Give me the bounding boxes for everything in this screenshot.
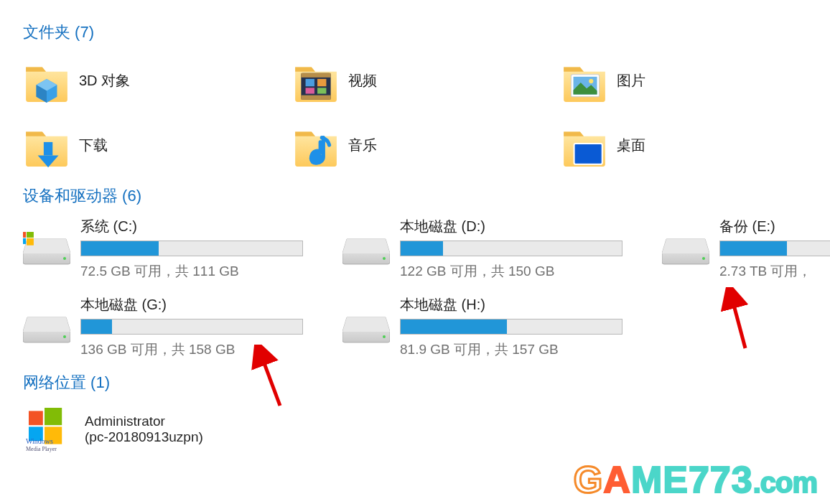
- folder-icon: [561, 121, 608, 169]
- folder-label: 下载: [79, 136, 108, 155]
- drive-name: 备份 (E:): [719, 217, 830, 236]
- svg-rect-7: [301, 95, 330, 100]
- svg-rect-11: [317, 88, 326, 93]
- folder-item-music[interactable]: 音乐: [292, 118, 561, 172]
- svg-rect-15: [44, 142, 52, 156]
- folder-item-3d-objects[interactable]: 3D 对象: [23, 53, 292, 108]
- drive-usage-bar: [400, 241, 622, 256]
- folder-item-downloads[interactable]: 下载: [23, 118, 292, 172]
- drive-item-g[interactable]: 本地磁盘 (G:) 136 GB 可用，共 158 GB: [23, 295, 342, 359]
- watermark: GAME773.com: [574, 458, 817, 501]
- network-location-item[interactable]: Windows Media Player Administrator (pc-2…: [23, 403, 830, 455]
- drive-free-text: 81.9 GB 可用，共 157 GB: [400, 340, 622, 359]
- drive-name: 本地磁盘 (H:): [400, 295, 622, 314]
- folder-item-pictures[interactable]: 图片: [561, 53, 830, 108]
- svg-point-16: [309, 151, 322, 165]
- drive-item-c[interactable]: 系统 (C:) 72.5 GB 可用，共 111 GB: [23, 217, 342, 281]
- network-host-name: (pc-20180913uzpn): [85, 429, 203, 445]
- drive-icon: [23, 310, 70, 345]
- wmp-icon: Windows Media Player: [23, 403, 75, 455]
- drive-item-d[interactable]: 本地磁盘 (D:) 122 GB 可用，共 150 GB: [342, 217, 662, 281]
- svg-rect-17: [574, 144, 602, 164]
- drive-name: 本地磁盘 (G:): [80, 295, 303, 314]
- drive-usage-bar: [80, 319, 303, 335]
- drive-name: 本地磁盘 (D:): [400, 217, 622, 236]
- drive-icon: [23, 232, 70, 266]
- devices-section-header: 设备和驱动器 (6): [23, 185, 830, 207]
- network-user-name: Administrator: [85, 414, 203, 429]
- folders-section-header: 文件夹 (7): [23, 22, 830, 43]
- drive-free-text: 2.73 TB 可用，: [719, 262, 830, 281]
- folder-item-videos[interactable]: 视频: [292, 53, 561, 108]
- drive-icon: [662, 232, 709, 266]
- folder-icon: [561, 57, 608, 104]
- folder-icon: [292, 57, 340, 104]
- drive-icon: [342, 310, 390, 345]
- drive-free-text: 72.5 GB 可用，共 111 GB: [80, 262, 303, 281]
- folder-icon: [23, 57, 70, 104]
- drive-name: 系统 (C:): [80, 217, 303, 236]
- svg-rect-10: [305, 88, 314, 93]
- network-section-header: 网络位置 (1): [23, 372, 830, 393]
- drive-usage-bar: [80, 241, 303, 256]
- drive-item-e[interactable]: 备份 (E:) 2.73 TB 可用，: [662, 217, 830, 281]
- folder-label: 3D 对象: [79, 71, 130, 90]
- drive-free-text: 136 GB 可用，共 158 GB: [80, 340, 303, 359]
- folder-icon: [23, 121, 70, 169]
- svg-text:Media Player: Media Player: [26, 446, 57, 452]
- folder-label: 图片: [617, 71, 645, 90]
- svg-text:Windows: Windows: [26, 437, 53, 445]
- svg-rect-6: [301, 73, 330, 78]
- folder-label: 音乐: [348, 136, 377, 155]
- folder-label: 视频: [348, 71, 377, 90]
- drive-item-h[interactable]: 本地磁盘 (H:) 81.9 GB 可用，共 157 GB: [342, 295, 662, 359]
- drive-usage-bar: [400, 319, 622, 335]
- folder-label: 桌面: [617, 136, 645, 155]
- svg-rect-8: [305, 79, 314, 86]
- svg-rect-9: [317, 79, 326, 86]
- drive-free-text: 122 GB 可用，共 150 GB: [400, 262, 622, 281]
- folder-item-desktop[interactable]: 桌面: [561, 118, 830, 172]
- svg-point-14: [589, 79, 594, 83]
- folder-icon: [292, 121, 340, 169]
- drive-usage-bar: [719, 241, 830, 256]
- drive-icon: [342, 232, 390, 266]
